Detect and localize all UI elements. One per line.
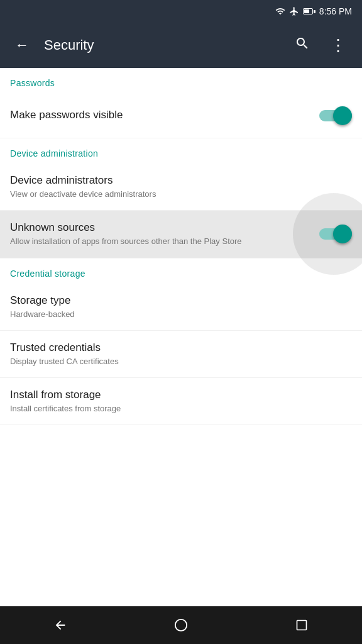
section-header-device-admin: Device administration — [0, 138, 362, 164]
setting-item-storage-type[interactable]: Storage type Hardware-backed — [0, 284, 362, 331]
setting-item-text: Trusted credentials Display trusted CA c… — [10, 341, 352, 367]
section-header-credential-storage: Credential storage — [0, 258, 362, 284]
setting-item-text: Unknown sources Allow installation of ap… — [10, 221, 319, 247]
setting-item-install-from-storage[interactable]: Install from storage Install certificate… — [0, 378, 362, 425]
setting-item-text: Make passwords visible — [10, 108, 319, 122]
section-header-passwords: Passwords — [0, 68, 362, 93]
status-icons: 8:56 PM — [275, 6, 352, 16]
search-icon — [295, 36, 310, 51]
nav-back-button[interactable] — [45, 610, 75, 640]
more-options-button[interactable]: ⋮ — [325, 31, 352, 60]
setting-item-device-administrators[interactable]: Device administrators View or deactivate… — [0, 164, 362, 211]
nav-recents-icon — [295, 619, 308, 631]
svg-rect-1 — [297, 621, 307, 630]
setting-item-text: Storage type Hardware-backed — [10, 294, 352, 320]
status-time: 8:56 PM — [319, 6, 352, 16]
setting-subtitle-install-from-storage: Install certificates from storage — [10, 403, 342, 414]
setting-title-device-administrators: Device administrators — [10, 174, 342, 187]
setting-title-install-from-storage: Install from storage — [10, 388, 342, 402]
nav-home-icon — [174, 618, 188, 632]
back-button[interactable]: ← — [10, 32, 34, 58]
nav-recents-button[interactable] — [287, 610, 317, 640]
nav-back-icon — [53, 618, 67, 632]
setting-subtitle-storage-type: Hardware-backed — [10, 309, 342, 320]
toggle-unknown-sources[interactable] — [319, 225, 352, 243]
setting-title-unknown-sources: Unknown sources — [10, 221, 309, 235]
setting-item-text: Device administrators View or deactivate… — [10, 174, 352, 200]
setting-subtitle-device-administrators: View or deactivate device administrators — [10, 189, 342, 200]
battery-icon — [303, 8, 315, 14]
main-content: Passwords Make passwords visible Device … — [0, 68, 362, 606]
setting-item-text: Install from storage Install certificate… — [10, 388, 352, 414]
airplane-icon — [289, 6, 299, 16]
setting-title-trusted-credentials: Trusted credentials — [10, 341, 342, 355]
setting-item-make-passwords-visible[interactable]: Make passwords visible — [0, 93, 362, 138]
toolbar: ← Security ⋮ — [0, 23, 362, 68]
nav-home-button[interactable] — [166, 610, 196, 640]
svg-point-0 — [175, 619, 187, 631]
search-button[interactable] — [290, 31, 315, 60]
setting-title-storage-type: Storage type — [10, 294, 342, 308]
setting-item-unknown-sources[interactable]: Unknown sources Allow installation of ap… — [0, 211, 362, 257]
wifi-icon — [275, 6, 285, 16]
toggle-make-passwords-visible[interactable] — [319, 106, 352, 125]
toggle-thumb — [333, 106, 352, 125]
setting-subtitle-unknown-sources: Allow installation of apps from sources … — [10, 236, 309, 247]
setting-title-make-passwords-visible: Make passwords visible — [10, 108, 309, 122]
setting-item-trusted-credentials[interactable]: Trusted credentials Display trusted CA c… — [0, 331, 362, 378]
status-bar: 8:56 PM — [0, 0, 362, 23]
page-title: Security — [44, 37, 280, 53]
toggle-thumb — [333, 225, 352, 243]
setting-subtitle-trusted-credentials: Display trusted CA certificates — [10, 356, 342, 367]
navigation-bar — [0, 606, 362, 644]
